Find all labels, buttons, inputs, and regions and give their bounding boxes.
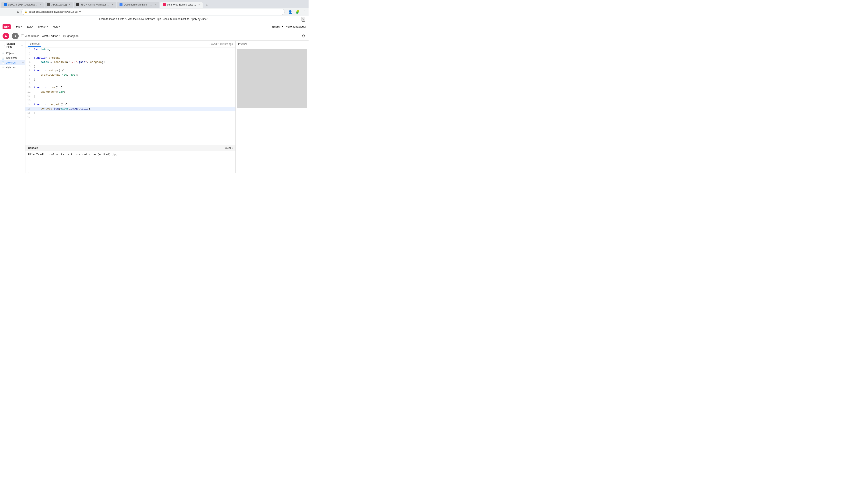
line-number: 9 bbox=[25, 82, 33, 86]
banner-close-button[interactable]: ✕ bbox=[302, 17, 305, 22]
browser-tab-tab4[interactable]: Documento sin titulo – Docum... ✕ bbox=[117, 2, 159, 8]
more-button[interactable]: ⋮ bbox=[302, 9, 307, 15]
file-panel-title: Sketch Files bbox=[6, 42, 21, 48]
menu-arrow-icon: ▾ bbox=[21, 25, 22, 28]
file-item-sketchjs[interactable]: 📄 sketch.js▾ bbox=[0, 60, 25, 65]
tab-close-icon[interactable]: ✕ bbox=[68, 3, 70, 6]
browser-tab-tab3[interactable]: JSON Online Validator and For... ✕ bbox=[74, 2, 116, 8]
address-text: editor.p5js.org/ignaojeda/sketches/dsD3-… bbox=[29, 10, 81, 13]
line-content: createCanvas(400, 400); bbox=[33, 73, 236, 77]
code-line: 11 background(220); bbox=[25, 90, 236, 94]
console-header: Console Clear ▾ bbox=[25, 145, 236, 151]
code-line: 8} bbox=[25, 77, 236, 82]
collapse-panel-button[interactable]: ‹ bbox=[3, 43, 6, 47]
menu-item-edit[interactable]: Edit ▾ bbox=[25, 24, 35, 29]
menu-bar: File ▾Edit ▾Sketch ▾Help ▾ bbox=[14, 24, 62, 29]
add-file-button[interactable]: + bbox=[21, 43, 23, 47]
lock-icon: 🔒 bbox=[24, 10, 27, 13]
main-layout: ‹ Sketch Files + 📄 27.json📄 index.html📄 … bbox=[0, 41, 309, 173]
console-title: Console bbox=[28, 147, 38, 150]
tab-close-icon[interactable]: ✕ bbox=[198, 3, 200, 6]
file-item-indexhtml[interactable]: 📄 index.html bbox=[0, 56, 25, 60]
line-content: background(220); bbox=[33, 90, 236, 94]
stop-button[interactable]: ■ bbox=[12, 33, 19, 39]
console-input[interactable] bbox=[31, 170, 233, 173]
browser-tab-tab5[interactable]: p5.js Web Editor | Wistful edit... ✕ bbox=[160, 2, 203, 8]
line-number: 1 bbox=[25, 47, 33, 52]
menu-item-help[interactable]: Help ▾ bbox=[51, 24, 62, 29]
line-number: 4 bbox=[25, 60, 33, 64]
console-prompt-icon: › bbox=[28, 170, 30, 173]
console-input-row: › bbox=[25, 168, 236, 173]
file-type-icon: 📄 bbox=[2, 52, 5, 55]
menu-item-file[interactable]: File ▾ bbox=[14, 24, 24, 29]
code-line: 12} bbox=[25, 94, 236, 98]
code-editor[interactable]: 1let datos;23function preload() {4 datos… bbox=[25, 47, 236, 145]
menu-arrow-icon: ▾ bbox=[47, 25, 48, 28]
file-type-icon: 📄 bbox=[2, 61, 5, 64]
file-item-27json[interactable]: 📄 27.json bbox=[0, 51, 25, 56]
line-number: 2 bbox=[25, 52, 33, 56]
new-tab-button[interactable]: + bbox=[204, 3, 210, 8]
sketch-edit-icon[interactable]: ✎ bbox=[59, 35, 60, 37]
console-clear-button[interactable]: Clear ▾ bbox=[225, 147, 233, 150]
tab-label: Documento sin titulo – Docum... bbox=[124, 3, 153, 6]
editor-tab-sketch[interactable]: sketch.js bbox=[28, 41, 41, 46]
line-number: 10 bbox=[25, 86, 33, 90]
line-number: 14 bbox=[25, 102, 33, 107]
app-header: p5* File ▾Edit ▾Sketch ▾Help ▾ English ▾… bbox=[0, 22, 309, 31]
line-content: let datos; bbox=[33, 47, 236, 52]
tab-close-icon[interactable]: ✕ bbox=[112, 3, 114, 6]
line-content: } bbox=[33, 94, 236, 98]
back-button[interactable]: ← bbox=[2, 9, 8, 14]
browser-tab-tab2[interactable]: JSON.parse() ✕ bbox=[44, 2, 73, 8]
save-status: Saved: 1 minute ago bbox=[210, 42, 233, 45]
sketch-author: by ignaojeda bbox=[63, 34, 79, 37]
tab-close-icon[interactable]: ✕ bbox=[39, 3, 41, 6]
line-content: function draw() { bbox=[33, 86, 236, 90]
code-line: 10function draw() { bbox=[25, 86, 236, 90]
browser-tab-tab1[interactable]: dis9034-2024-1/estudiantes/... ✕ bbox=[1, 2, 44, 8]
preview-header: Preview bbox=[236, 41, 309, 47]
language-arrow-icon: ▾ bbox=[282, 25, 283, 28]
line-number: 3 bbox=[25, 56, 33, 60]
nav-right-icons: 👤 🧩 ⋮ bbox=[287, 9, 307, 15]
file-item-stylecss[interactable]: 📄 style.css bbox=[0, 65, 25, 70]
code-line: 5} bbox=[25, 64, 236, 69]
forward-button[interactable]: → bbox=[8, 9, 14, 14]
line-content: datos = loadJSON("./27.json", cargado); bbox=[33, 60, 236, 64]
code-line: 4 datos = loadJSON("./27.json", cargado)… bbox=[25, 60, 236, 64]
extensions-button[interactable]: 🧩 bbox=[294, 9, 301, 15]
reload-button[interactable]: ↻ bbox=[15, 9, 21, 15]
toolbar: ▶ ■ Auto-refresh Wistful editor ✎ by ign… bbox=[0, 31, 309, 41]
tab-label: p5.js Web Editor | Wistful edit... bbox=[167, 3, 196, 6]
file-name: 27.json bbox=[6, 52, 14, 55]
console-area: Console Clear ▾ File:Traditional worker … bbox=[25, 145, 236, 173]
account-button[interactable]: 👤 bbox=[287, 9, 293, 15]
tab-favicon bbox=[76, 3, 79, 6]
file-panel: ‹ Sketch Files + 📄 27.json📄 index.html📄 … bbox=[0, 41, 25, 173]
language-selector[interactable]: English ▾ bbox=[272, 25, 283, 28]
address-bar[interactable]: 🔒 editor.p5js.org/ignaojeda/sketches/dsD… bbox=[22, 9, 285, 15]
sketch-name: Wistful editor ✎ bbox=[42, 34, 60, 37]
file-type-icon: 📄 bbox=[2, 57, 5, 60]
p5-logo: p5* bbox=[3, 24, 10, 29]
editor-tabs: sketch.js Saved: 1 minute ago bbox=[25, 41, 236, 47]
language-label: English bbox=[272, 25, 281, 28]
toolbar-right: ⚙ bbox=[301, 33, 306, 39]
menu-item-sketch[interactable]: Sketch ▾ bbox=[36, 24, 50, 29]
line-content: } bbox=[33, 64, 236, 69]
line-content: function cargado() { bbox=[33, 102, 236, 107]
settings-button[interactable]: ⚙ bbox=[301, 33, 306, 39]
nav-row: ← → ↻ 🔒 editor.p5js.org/ignaojeda/sketch… bbox=[0, 8, 309, 16]
tab-close-icon[interactable]: ✕ bbox=[155, 3, 157, 6]
line-number: 7 bbox=[25, 73, 33, 77]
run-button[interactable]: ▶ bbox=[3, 33, 9, 39]
line-content: function setup() { bbox=[33, 69, 236, 73]
editor-container: sketch.js Saved: 1 minute ago 1let datos… bbox=[25, 41, 236, 173]
line-content bbox=[33, 82, 236, 86]
code-line: 3function preload() { bbox=[25, 56, 236, 60]
auto-refresh-checkbox[interactable] bbox=[21, 35, 24, 37]
code-line: 16} bbox=[25, 111, 236, 115]
line-number: 8 bbox=[25, 77, 33, 82]
